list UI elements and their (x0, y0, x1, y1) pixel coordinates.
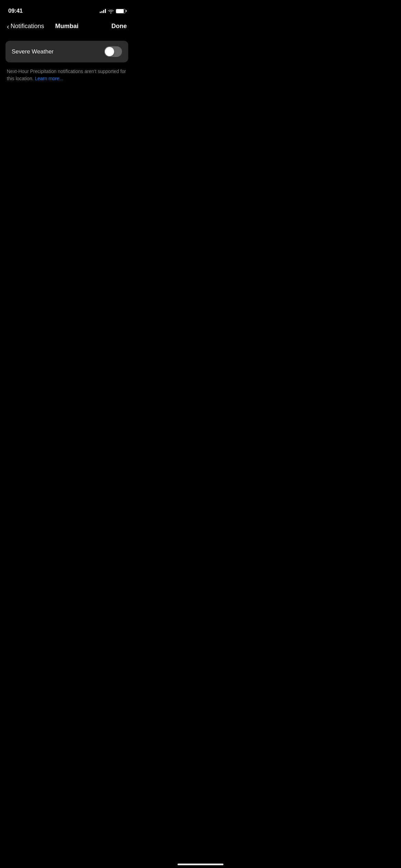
signal-bars-icon (100, 9, 106, 13)
status-time: 09:41 (8, 8, 23, 14)
info-text-content: Next-Hour Precipitation notifications ar… (7, 69, 126, 81)
severe-weather-label: Severe Weather (12, 48, 54, 55)
wifi-icon (108, 9, 114, 13)
nav-title: Mumbai (55, 23, 78, 30)
battery-icon (116, 9, 125, 13)
done-button[interactable]: Done (111, 23, 127, 30)
signal-bar-2 (101, 11, 102, 13)
toggle-thumb (105, 47, 114, 56)
battery-fill (116, 9, 124, 13)
severe-weather-toggle[interactable] (104, 46, 122, 57)
signal-bar-1 (100, 12, 101, 13)
info-text: Next-Hour Precipitation notifications ar… (5, 67, 128, 82)
nav-bar: ‹ Notifications Mumbai Done (0, 19, 134, 35)
status-icons (100, 9, 125, 13)
severe-weather-card: Severe Weather (5, 41, 128, 62)
status-bar: 09:41 (0, 0, 134, 17)
severe-weather-row: Severe Weather (5, 41, 128, 62)
back-chevron-icon: ‹ (7, 23, 9, 30)
learn-more-link[interactable]: Learn more... (35, 76, 63, 81)
content-area: Severe Weather Next-Hour Precipitation n… (0, 35, 134, 82)
toggle-track (104, 46, 122, 57)
nav-back-label[interactable]: Notifications (11, 23, 44, 30)
signal-bar-3 (103, 10, 104, 13)
signal-bar-4 (105, 9, 106, 13)
nav-back-button[interactable]: ‹ Notifications (7, 23, 44, 30)
